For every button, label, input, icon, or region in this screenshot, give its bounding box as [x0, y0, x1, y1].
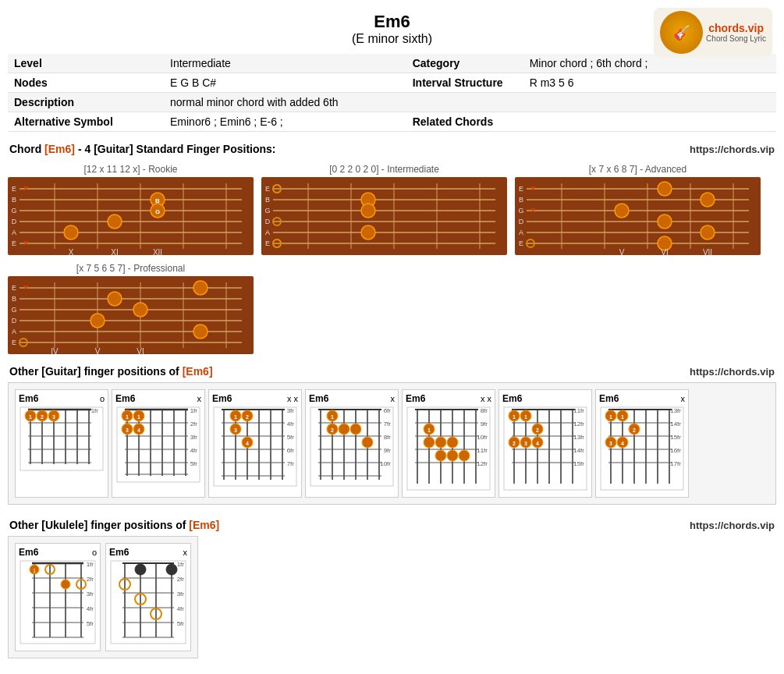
svg-text:1: 1: [331, 414, 334, 420]
svg-text:E: E: [265, 239, 270, 247]
svg-text:6fr: 6fr: [287, 447, 295, 454]
logo[interactable]: 🎸 chords.vip Chord Song Lyric: [654, 8, 772, 57]
svg-text:12fr: 12fr: [573, 420, 584, 427]
other-guitar-url[interactable]: https://chords.vip: [690, 366, 775, 378]
svg-text:8fr: 8fr: [481, 407, 488, 414]
svg-text:V: V: [619, 248, 625, 255]
mini-chord-1-title: Em6: [19, 393, 38, 404]
diagram-professional-label: [x 7 5 6 5 7] - Professional: [76, 263, 185, 274]
svg-text:4fr: 4fr: [287, 420, 295, 427]
chord-em6-tag[interactable]: [Em6]: [44, 143, 75, 155]
mini-chord-1-svg: 1 2 3 1fr: [19, 406, 105, 472]
related-label: Related Chords: [406, 112, 523, 132]
svg-text:1fr: 1fr: [177, 561, 185, 568]
svg-text:1: 1: [137, 414, 140, 420]
mini-chord-1: Em6 o 1 2: [15, 389, 108, 498]
svg-text:3: 3: [126, 427, 129, 433]
other-guitar-em6-tag[interactable]: [Em6]: [183, 365, 213, 378]
svg-text:1: 1: [33, 568, 36, 573]
mini-chord-5-x: x x: [481, 394, 491, 403]
mini-chord-2-svg: 1 1 3 4 1fr 2fr 3fr 4fr 5fr: [115, 406, 201, 484]
mini-chord-5-svg: 1 8fr 9fr 10fr 11fr 12fr: [406, 406, 491, 491]
svg-text:D: D: [519, 218, 524, 225]
uke-chord-2-x: x: [183, 548, 188, 557]
svg-text:7fr: 7fr: [384, 420, 392, 427]
logo-brand: chords.vip: [706, 22, 766, 34]
svg-text:16fr: 16fr: [670, 447, 681, 454]
mini-chord-5: Em6 x x 1: [402, 389, 495, 498]
svg-text:2: 2: [633, 427, 636, 433]
nodes-value: E G B C#: [164, 73, 406, 93]
diagram-rookie: [12 x 11 12 x] - Rookie E B: [8, 164, 254, 255]
svg-text:5fr: 5fr: [177, 620, 185, 627]
svg-point-105: [193, 281, 208, 295]
svg-text:2fr: 2fr: [87, 576, 94, 583]
svg-text:4: 4: [536, 441, 539, 446]
other-uke-em6-tag[interactable]: [Em6]: [189, 519, 219, 531]
svg-text:13fr: 13fr: [670, 407, 681, 414]
svg-text:IV: IV: [51, 347, 59, 354]
svg-text:15fr: 15fr: [573, 460, 584, 467]
svg-text:G: G: [155, 208, 160, 215]
svg-text:E: E: [519, 239, 523, 247]
svg-text:12fr: 12fr: [477, 460, 488, 467]
mini-chord-6-svg: 1 1 2 2 3 4 11fr 12fr 13fr 14fr 15fr: [502, 406, 588, 491]
svg-text:4fr: 4fr: [190, 447, 198, 454]
svg-point-77: [701, 193, 715, 207]
svg-text:A: A: [265, 229, 270, 236]
svg-point-25: [64, 225, 78, 239]
svg-text:7fr: 7fr: [287, 460, 295, 467]
mini-chord-4-svg: 1 2 6fr 7fr 8fr 9fr 10fr: [309, 406, 395, 488]
svg-text:V: V: [95, 347, 101, 354]
mini-chord-3: Em6 x x 1 2: [208, 389, 302, 498]
mini-chord-7: Em6 x 1 1 2: [595, 389, 689, 498]
chord-rest-label: - 4 [Guitar] Standard Finger Positions:: [78, 143, 276, 155]
diagram-rookie-svg: E B G D A E × × B G X: [8, 177, 254, 255]
other-guitar-label: Other [Guitar] finger positions of: [9, 365, 183, 378]
svg-text:VI: VI: [661, 248, 668, 255]
svg-text:4: 4: [246, 441, 249, 446]
svg-text:14fr: 14fr: [573, 447, 584, 454]
svg-text:B: B: [265, 196, 270, 204]
mini-chord-6-title: Em6: [502, 393, 522, 404]
svg-text:E: E: [12, 239, 16, 247]
logo-icon: 🎸: [660, 11, 703, 54]
svg-text:×: ×: [23, 282, 28, 292]
svg-text:G: G: [518, 207, 523, 215]
diagram-intermediate: [0 2 2 0 2 0] - Intermediate E B G D A: [261, 164, 507, 255]
diagram-professional-svg: E B G D A E × IV V VI: [8, 276, 254, 354]
mini-chord-7-svg: 1 1 2 3 4 13fr 14fr 15fr 16fr 17fr: [599, 406, 685, 491]
svg-text:3: 3: [52, 414, 55, 420]
alt-symbol-label: Alternative Symbol: [8, 112, 164, 132]
svg-point-201: [339, 424, 349, 435]
level-label: Level: [8, 54, 164, 73]
svg-point-228: [459, 450, 470, 461]
chord-section-header: Chord [Em6] - 4 [Guitar] Standard Finger…: [8, 138, 776, 160]
category-label: Category: [406, 54, 523, 73]
svg-text:A: A: [12, 328, 16, 335]
uke-chord-2-svg: 1fr 2fr 3fr 4fr 5fr: [109, 559, 187, 645]
svg-text:1: 1: [29, 414, 32, 420]
svg-point-79: [658, 215, 672, 229]
svg-text:11fr: 11fr: [477, 447, 488, 454]
interval-label: Interval Structure: [406, 73, 523, 93]
svg-text:5fr: 5fr: [190, 460, 198, 467]
svg-text:14fr: 14fr: [670, 420, 681, 427]
uke-chord-2-title: Em6: [109, 547, 129, 558]
svg-text:E: E: [12, 284, 16, 292]
svg-text:9fr: 9fr: [384, 447, 392, 454]
other-uke-url[interactable]: https://chords.vip: [690, 520, 775, 531]
svg-text:2: 2: [331, 427, 334, 433]
svg-text:4: 4: [137, 427, 140, 433]
level-value: Intermediate: [164, 54, 406, 73]
mini-chord-7-x: x: [681, 394, 686, 403]
diagram-intermediate-label: [0 2 2 0 2 0] - Intermediate: [329, 164, 439, 175]
svg-text:2: 2: [536, 427, 539, 433]
chord-url[interactable]: https://chords.vip: [690, 144, 775, 155]
svg-text:E: E: [12, 339, 16, 346]
svg-text:A: A: [519, 229, 523, 236]
svg-text:E: E: [12, 185, 16, 193]
svg-text:3fr: 3fr: [87, 591, 94, 598]
related-value: [523, 112, 776, 132]
mini-chord-1-open: o: [100, 394, 105, 403]
